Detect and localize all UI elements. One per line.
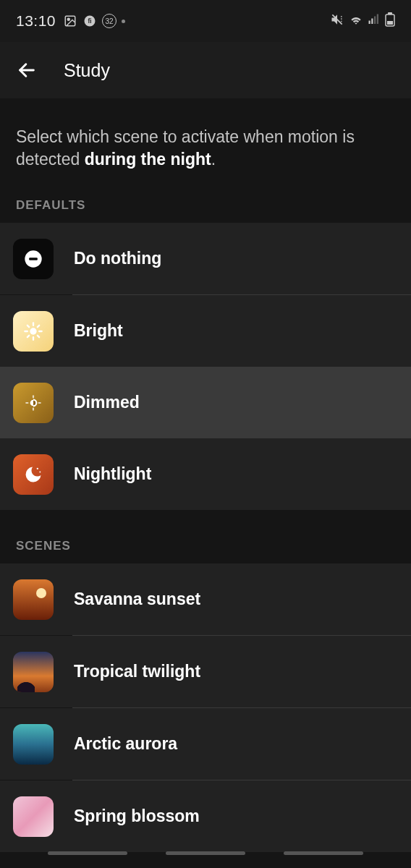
nav-recent-button[interactable]: [48, 851, 127, 855]
row-label: Savanna sunset: [74, 590, 200, 609]
svg-rect-6: [371, 19, 373, 25]
bright-icon: [13, 311, 54, 352]
svg-point-29: [37, 467, 38, 469]
row-label: Tropical twilight: [74, 662, 200, 681]
svg-point-15: [30, 328, 36, 334]
wifi-icon: [349, 12, 363, 30]
svg-rect-14: [29, 258, 38, 260]
section-header-defaults: DEFAULTS: [0, 198, 411, 223]
mute-vibrate-icon: [330, 12, 344, 30]
row-label: Spring blossom: [74, 807, 200, 826]
savanna-thumbnail: [13, 579, 54, 620]
donothing-icon: [13, 239, 54, 279]
notification-badge: 32: [102, 14, 116, 28]
svg-line-23: [38, 325, 39, 326]
svg-rect-11: [387, 21, 393, 25]
app-header: Study: [0, 42, 411, 98]
svg-point-1: [67, 18, 69, 20]
default-row-dimmed[interactable]: Dimmed: [0, 367, 411, 438]
default-row-bright[interactable]: Bright: [0, 295, 411, 367]
svg-rect-8: [377, 14, 378, 25]
instruction-suffix: .: [211, 150, 216, 169]
blossom-thumbnail: [13, 796, 54, 837]
svg-point-30: [39, 471, 41, 472]
arctic-thumbnail: [13, 724, 54, 765]
svg-line-21: [38, 335, 39, 336]
scenes-list: Savanna sunset Tropical twilight Arctic …: [0, 563, 411, 852]
signal-icon: [368, 13, 381, 29]
status-right: [330, 12, 395, 30]
defaults-list: Do nothing Bright Dimmed Nightlight: [0, 223, 411, 510]
system-nav-bar: [0, 842, 411, 864]
default-row-nightlight[interactable]: Nightlight: [0, 438, 411, 510]
default-row-donothing[interactable]: Do nothing: [0, 223, 411, 294]
status-icon-group: fi 32: [63, 14, 125, 28]
back-arrow-icon: [17, 60, 37, 80]
row-label: Bright: [74, 321, 123, 341]
tropical-thumbnail: [13, 652, 54, 692]
scene-row-tropical[interactable]: Tropical twilight: [0, 636, 411, 707]
battery-icon: [385, 12, 395, 30]
svg-rect-7: [374, 17, 376, 25]
instruction-text: Select which scene to activate when moti…: [0, 98, 411, 198]
back-button[interactable]: [16, 59, 38, 81]
svg-rect-5: [369, 21, 370, 25]
scene-row-savanna[interactable]: Savanna sunset: [0, 563, 411, 635]
status-time: 13:10: [16, 12, 56, 30]
nightlight-icon: [13, 454, 54, 495]
status-left: 13:10 fi 32: [16, 12, 125, 30]
page-title: Study: [64, 60, 110, 81]
row-label: Nightlight: [74, 464, 151, 484]
row-label: Do nothing: [74, 249, 161, 268]
image-icon: [63, 14, 77, 28]
instruction-bold: during the night: [85, 150, 211, 169]
dimmed-icon: [13, 383, 54, 423]
fi-icon: fi: [82, 14, 97, 28]
nav-back-button[interactable]: [284, 851, 363, 855]
row-label: Dimmed: [74, 393, 140, 412]
scene-row-arctic[interactable]: Arctic aurora: [0, 708, 411, 780]
status-bar: 13:10 fi 32: [0, 0, 411, 42]
status-dot-icon: [122, 20, 125, 23]
svg-rect-10: [388, 12, 392, 14]
svg-line-20: [27, 325, 29, 326]
svg-text:fi: fi: [88, 18, 92, 25]
section-header-scenes: SCENES: [0, 539, 411, 563]
nav-home-button[interactable]: [166, 851, 245, 855]
svg-line-22: [27, 335, 29, 336]
row-label: Arctic aurora: [74, 734, 177, 754]
